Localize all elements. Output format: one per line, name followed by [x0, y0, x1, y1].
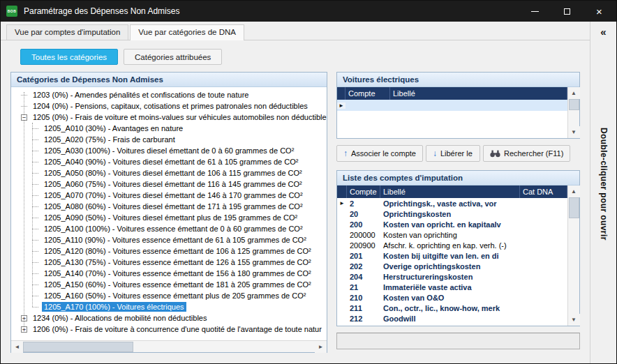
category-filter-row: Toutes les catégories Catégories attribu…: [20, 49, 590, 65]
collapse-box-icon[interactable]: −: [21, 114, 27, 121]
tree-connector: [32, 307, 38, 308]
compte-column-header[interactable]: Compte: [345, 87, 390, 100]
close-button[interactable]: ×: [589, 1, 609, 22]
collapse-chevron-icon[interactable]: «: [600, 26, 606, 37]
scroll-down-icon[interactable]: ▼: [568, 126, 580, 138]
account-label-cell: Oprichtingskosten: [380, 210, 520, 218]
scrollbar-thumb[interactable]: [569, 197, 579, 218]
account-label-cell: Afschr. k. oprichting en kap. verh. (-): [380, 241, 520, 250]
tab-vue-par-categories[interactable]: Vue par catégories de DNA: [130, 24, 244, 40]
tree-item[interactable]: 1205_A160 (50%) - Voitures essence émett…: [11, 290, 327, 301]
tree-item[interactable]: 1205_A030 (100%) - Voitures diesel émett…: [11, 145, 327, 156]
tree-connector: [32, 273, 38, 274]
scroll-right-icon[interactable]: ►: [315, 341, 327, 353]
assigned-accounts-header: Voitures électriques: [337, 73, 579, 87]
scroll-up-icon[interactable]: ▲: [568, 87, 580, 99]
tree-item-label: 1205_A020 (75%) - Frais de carburant: [42, 135, 177, 144]
account-row[interactable]: 200000Kosten van oprichting: [337, 229, 567, 240]
tree-horizontal-scrollbar[interactable]: ◄ ►: [11, 340, 327, 352]
search-button[interactable]: Rechercher (F11): [483, 145, 570, 162]
tree-connector: [32, 285, 38, 285]
tree-item[interactable]: 1205_A090 (50%) - Voitures diesel émetta…: [11, 212, 327, 223]
account-row[interactable]: 204Herstructureringskosten: [337, 271, 567, 282]
account-row[interactable]: 210Kosten van O&O: [337, 292, 567, 303]
collapsed-side-panel[interactable]: « Double-cliquer pour ouvrir: [590, 22, 616, 363]
tree-item[interactable]: 1205_A040 (90%) - Voitures diesel émetta…: [11, 156, 327, 167]
scroll-up-icon[interactable]: ▲: [568, 185, 580, 197]
tree-item[interactable]: 1205_A130 (75%) - Voitures essence émett…: [11, 257, 327, 268]
tree-item-label: 1205_A080 (60%) - Voitures diesel émetta…: [42, 202, 305, 211]
tree-connector: [32, 240, 38, 241]
tree-item[interactable]: +1234 (0%) - Allocations de mobilité non…: [11, 312, 327, 324]
account-number-cell: 211: [347, 304, 380, 312]
maximize-button[interactable]: [557, 1, 577, 22]
tree-item-label: 1205_A010 (30%) - Avantages en nature: [42, 123, 185, 133]
assigned-grid-scrollbar[interactable]: ▲ ▼: [567, 87, 579, 138]
scrollbar-thumb[interactable]: [23, 342, 133, 352]
libelle-column-header[interactable]: Libellé: [390, 87, 567, 100]
tree-item[interactable]: 1205_A100 (100%) - Voitures essence émet…: [11, 223, 327, 234]
tree-item[interactable]: +1206 (0%) - Frais de voiture à concurre…: [11, 324, 327, 335]
tree-connector: [21, 95, 27, 96]
expand-box-icon[interactable]: +: [21, 326, 27, 333]
account-row[interactable]: 212Goodwill: [337, 313, 567, 324]
account-row[interactable]: 200900Afschr. k. oprichting en kap. verh…: [337, 240, 567, 250]
tree-item[interactable]: −1205 (0%) - Frais de voiture et moins-v…: [11, 112, 327, 123]
scrollbar-thumb[interactable]: [569, 99, 579, 110]
account-label-cell: Kosten van O&O: [380, 294, 520, 302]
tree-item[interactable]: 1204 (0%) - Pensions, capitaux, cotisati…: [11, 100, 327, 112]
main-area: Vue par comptes d'imputation Vue par cat…: [1, 22, 590, 363]
tree-item[interactable]: 1205_A110 (90%) - Voitures essence émett…: [11, 234, 327, 245]
accounts-grid-scrollbar[interactable]: ▲ ▼: [567, 185, 579, 326]
release-account-label: Libérer le: [440, 149, 473, 158]
compte-column-header[interactable]: Compte: [347, 185, 380, 198]
expand-box-icon[interactable]: +: [21, 315, 27, 321]
account-row[interactable]: 200Kosten van opricht. en kapitaalv: [337, 219, 567, 229]
maximize-icon: [564, 8, 570, 15]
tree-connector: [32, 262, 38, 263]
accounts-grid-body: ►2Oprichtingsk., vaste activa, vor20Opri…: [337, 198, 567, 324]
tab-vue-par-comptes[interactable]: Vue par comptes d'imputation: [6, 24, 128, 40]
account-row[interactable]: 201Kosten bij uitgifte van len. en di: [337, 250, 567, 261]
tree-item[interactable]: 1205_A150 (60%) - Voitures essence émett…: [11, 279, 327, 290]
libelle-column-header[interactable]: Libellé: [380, 185, 520, 198]
associate-account-label: Associer le compte: [351, 149, 416, 158]
app-window: BOB Paramétrage des Dépenses Non Admises…: [0, 0, 617, 364]
tree-item[interactable]: 1205_A070 (70%) - Voitures diesel émetta…: [11, 190, 327, 201]
scroll-left-icon[interactable]: ◄: [11, 341, 23, 353]
tree-item[interactable]: 1205_A010 (30%) - Avantages en nature: [11, 123, 327, 134]
tree-item-label: 1205_A050 (80%) - Voitures diesel émetta…: [42, 168, 304, 178]
tree-connector: [32, 218, 38, 218]
account-label-cell: Immateriële vaste activa: [380, 283, 520, 291]
tree-item[interactable]: 1205_A170 (100%) - Voitures électriques: [11, 301, 327, 312]
account-row[interactable]: 21Immateriële vaste activa: [337, 282, 567, 292]
account-row[interactable]: ►2Oprichtingsk., vaste activa, vor: [337, 198, 567, 208]
account-number-cell: 20: [347, 210, 380, 218]
scroll-down-icon[interactable]: ▼: [568, 314, 580, 326]
tree-item[interactable]: 1205_A020 (75%) - Frais de carburant: [11, 134, 327, 145]
tree-item[interactable]: 1205_A140 (70%) - Voitures essence émett…: [11, 268, 327, 279]
tree-item-label: 1205_A130 (75%) - Voitures essence émett…: [42, 257, 313, 267]
account-label-cell: Overige oprichtingskosten: [380, 262, 520, 271]
tree-item[interactable]: 1205_A050 (80%) - Voitures diesel émetta…: [11, 167, 327, 179]
account-number-cell: 204: [347, 273, 380, 281]
all-categories-button[interactable]: Toutes les catégories: [20, 49, 118, 65]
window-controls: ×: [525, 1, 609, 22]
account-row[interactable]: 202Overige oprichtingskosten: [337, 261, 567, 271]
cat-dna-column-header[interactable]: Cat DNA: [520, 185, 567, 198]
account-row[interactable]: 211Con., octr., lic., know-how, merk: [337, 303, 567, 313]
release-account-button[interactable]: ↓ Libérer le: [426, 145, 480, 162]
account-row[interactable]: 20Oprichtingskosten: [337, 208, 567, 219]
assigned-empty-row[interactable]: ►: [337, 100, 567, 111]
minimize-button[interactable]: [525, 1, 545, 22]
tree-item[interactable]: 1205_A060 (75%) - Voitures diesel émetta…: [11, 179, 327, 190]
tree-item[interactable]: 1205_A120 (80%) - Voitures essence émett…: [11, 245, 327, 257]
associate-account-button[interactable]: ↑ Associer le compte: [336, 145, 423, 162]
tree-item[interactable]: 1203 (0%) - Amendes pénalités et confisc…: [11, 89, 327, 100]
account-label-cell: Oprichtingsk., vaste activa, vor: [380, 199, 520, 208]
tree-connector: [21, 106, 27, 107]
tree-item[interactable]: 1205_A080 (60%) - Voitures diesel émetta…: [11, 201, 327, 212]
assigned-accounts-panel: Voitures électriques Compte Libellé ►: [336, 72, 580, 139]
assigned-categories-button[interactable]: Catégories attribuées: [124, 49, 222, 65]
account-number-cell: 200000: [347, 231, 380, 239]
